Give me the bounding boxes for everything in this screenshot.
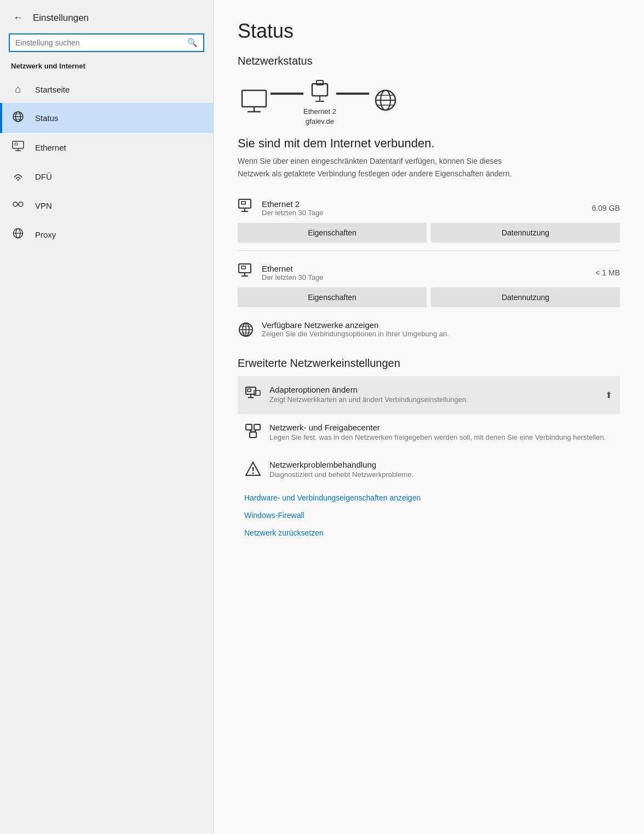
sidebar-item-label: Startseite [35, 85, 70, 94]
network-diagram: Ethernet 2 gfaiev.de [238, 77, 620, 126]
sidebar-header: ← Einstellungen [0, 0, 213, 33]
adapter-row-0: Ethernet 2 Der letzten 30 Tage 6.09 GB [238, 192, 620, 218]
data-usage-button-0[interactable]: Datennutzung [431, 223, 620, 243]
adapter-buttons-0: Eigenschaften Datennutzung [238, 223, 620, 243]
pc-icon [238, 88, 271, 116]
svg-rect-28 [239, 199, 251, 208]
adapter-options-title: Adapteroptionen ändern [269, 385, 468, 394]
sidebar-item-label: Proxy [35, 230, 56, 239]
cursor-icon: ⬆ [605, 390, 612, 400]
main-content: Status Netzwerkstatus Ethernet 2 gfaiev.… [214, 0, 644, 834]
monitor-icon [11, 141, 25, 154]
available-networks-sub: Zeigen Sie die Verbindungsoptionen in Ih… [262, 330, 449, 338]
adapter-card-0: Ethernet 2 Der letzten 30 Tage 6.09 GB E… [238, 192, 620, 243]
troubleshoot-sub: Diagnostiziert und behebt Netzwerkproble… [269, 469, 413, 480]
available-networks-info: Verfügbare Netzwerke anzeigen Zeigen Sie… [262, 320, 449, 338]
svg-rect-16 [242, 90, 266, 107]
adapter-buttons-1: Eigenschaften Datennutzung [238, 287, 620, 307]
adapter-name-0: Ethernet 2 [262, 199, 584, 209]
signal-icon [11, 170, 25, 183]
adapter-card-1: Ethernet Der letzten 30 Tage < 1 MB Eige… [238, 256, 620, 307]
status-description: Wenn Sie über einen eingeschränkten Date… [238, 155, 522, 180]
adapter-sub-0: Der letzten 30 Tage [262, 209, 584, 217]
adapter-info-0: Ethernet 2 Der letzten 30 Tage [262, 199, 584, 217]
adapter-icon-0 [238, 198, 254, 217]
pc-icon-block [238, 88, 271, 116]
svg-rect-19 [312, 84, 327, 96]
search-box[interactable]: 🔍 [9, 33, 204, 52]
svg-rect-32 [239, 264, 251, 273]
network-status-title: Netzwerkstatus [238, 55, 620, 67]
svg-rect-31 [242, 202, 245, 204]
sidebar-item-proxy[interactable]: Proxy [0, 220, 213, 249]
line-1 [271, 93, 303, 95]
back-button[interactable]: ← [11, 10, 25, 26]
properties-button-1[interactable]: Eigenschaften [238, 287, 427, 307]
sharing-center-title: Netzwerk- und Freigabecenter [269, 423, 606, 432]
available-networks-title: Verfügbare Netzwerke anzeigen [262, 320, 449, 330]
properties-button-0[interactable]: Eigenschaften [238, 223, 427, 243]
router-icon-block: Ethernet 2 gfaiev.de [303, 77, 336, 126]
svg-rect-48 [254, 424, 260, 430]
globe-icon [11, 111, 25, 125]
sidebar-item-dfue[interactable]: DFÜ [0, 162, 213, 191]
svg-point-11 [19, 202, 23, 206]
svg-point-10 [13, 202, 18, 206]
divider [238, 250, 620, 251]
adapter-name-1: Ethernet [262, 264, 588, 273]
router-icon [303, 77, 336, 105]
internet-icon [369, 88, 402, 116]
sharing-center-icon [244, 424, 262, 441]
connected-title: Sie sind mit dem Internet verbunden. [238, 136, 620, 151]
sidebar-item-label: VPN [35, 201, 52, 210]
router-label: Ethernet 2 gfaiev.de [303, 107, 336, 126]
available-networks-icon [238, 321, 254, 342]
svg-point-9 [18, 179, 19, 181]
adapter-options-info: Adapteroptionen ändern Zeigt Netzwerkkar… [269, 385, 468, 405]
adapter-size-0: 6.09 GB [592, 204, 620, 212]
sharing-center-info: Netzwerk- und Freigabecenter Legen Sie f… [269, 423, 606, 443]
sidebar-item-startseite[interactable]: ⌂ Startseite [0, 76, 213, 103]
sidebar-item-ethernet[interactable]: Ethernet [0, 133, 213, 162]
proxy-icon [11, 228, 25, 241]
home-icon: ⌂ [11, 83, 25, 95]
sidebar-item-vpn[interactable]: VPN [0, 191, 213, 220]
sharing-center-item[interactable]: Netzwerk- und Freigabecenter Legen Sie f… [238, 414, 620, 452]
data-usage-button-1[interactable]: Datennutzung [431, 287, 620, 307]
adapter-options-item[interactable]: Adapteroptionen ändern Zeigt Netzwerkkar… [238, 376, 620, 414]
adapter-info-1: Ethernet Der letzten 30 Tage [262, 264, 588, 281]
adapter-options-sub: Zeigt Netzwerkkarten an und ändert Verbi… [269, 394, 468, 405]
adapter-row-1: Ethernet Der letzten 30 Tage < 1 MB [238, 256, 620, 283]
svg-rect-5 [13, 141, 24, 148]
firewall-link[interactable]: Windows-Firewall [238, 507, 620, 524]
svg-rect-8 [15, 143, 18, 145]
globe-icon-block [369, 88, 402, 116]
troubleshoot-icon [244, 461, 262, 480]
adapter-sub-1: Der letzten 30 Tage [262, 273, 588, 281]
troubleshoot-title: Netzwerkproblembehandlung [269, 460, 413, 469]
advanced-title: Erweiterte Netzwerkeinstellungen [238, 357, 620, 370]
vpn-icon [11, 199, 25, 212]
page-title: Status [238, 20, 620, 43]
sidebar-item-label: Ethernet [35, 143, 66, 152]
sidebar-item-label: DFÜ [35, 172, 52, 181]
sidebar-title: Einstellungen [33, 13, 89, 24]
hardware-link[interactable]: Hardware- und Verbindungseigenschaften a… [238, 489, 620, 507]
sidebar-section-label: Netzwerk und Internet [0, 62, 213, 76]
search-icon: 🔍 [187, 38, 198, 48]
adapter-options-icon [244, 386, 262, 404]
available-networks[interactable]: Verfügbare Netzwerke anzeigen Zeigen Sie… [238, 315, 620, 352]
svg-rect-47 [246, 424, 252, 430]
search-input[interactable] [15, 38, 183, 47]
line-2 [336, 93, 369, 95]
adapter-size-1: < 1 MB [595, 268, 620, 277]
adapter-options-wrapper: Adapteroptionen ändern Zeigt Netzwerkkar… [238, 376, 620, 414]
sidebar-item-status[interactable]: Status [0, 103, 213, 133]
sidebar: ← Einstellungen 🔍 Netzwerk und Internet … [0, 0, 214, 834]
svg-rect-45 [248, 389, 251, 392]
reset-link[interactable]: Netzwerk zurücksetzen [238, 524, 620, 542]
adapter-icon-1 [238, 263, 254, 282]
svg-rect-49 [250, 432, 256, 438]
troubleshoot-item[interactable]: Netzwerkproblembehandlung Diagnostiziert… [238, 451, 620, 489]
sharing-center-sub: Legen Sie fest, was in den Netzwerken fr… [269, 432, 606, 443]
